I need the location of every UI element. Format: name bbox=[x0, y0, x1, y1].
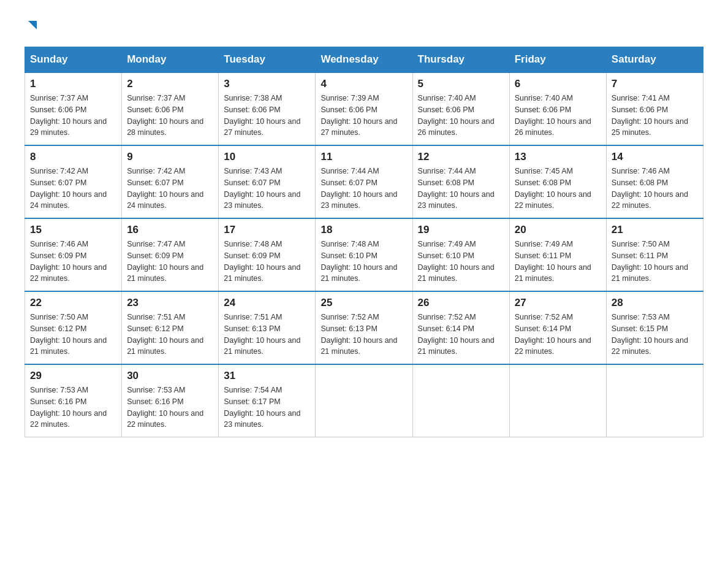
day-number: 13 bbox=[515, 151, 601, 163]
day-number: 26 bbox=[418, 297, 504, 309]
day-info: Sunrise: 7:48 AMSunset: 6:09 PMDaylight:… bbox=[224, 240, 300, 283]
calendar-table: SundayMondayTuesdayWednesdayThursdayFrid… bbox=[25, 47, 703, 437]
calendar-day-cell: 20 Sunrise: 7:49 AMSunset: 6:11 PMDaylig… bbox=[509, 218, 606, 291]
day-info: Sunrise: 7:37 AMSunset: 6:06 PMDaylight:… bbox=[127, 94, 203, 137]
day-number: 29 bbox=[30, 370, 116, 382]
calendar-day-cell: 4 Sunrise: 7:39 AMSunset: 6:06 PMDayligh… bbox=[316, 72, 412, 145]
calendar-day-cell: 13 Sunrise: 7:45 AMSunset: 6:08 PMDaylig… bbox=[509, 145, 606, 218]
day-info: Sunrise: 7:51 AMSunset: 6:13 PMDaylight:… bbox=[224, 313, 300, 356]
day-number: 31 bbox=[224, 370, 310, 382]
day-number: 25 bbox=[320, 297, 407, 309]
calendar-day-cell: 1 Sunrise: 7:37 AMSunset: 6:06 PMDayligh… bbox=[25, 72, 122, 145]
day-info: Sunrise: 7:48 AMSunset: 6:10 PMDaylight:… bbox=[320, 240, 397, 283]
column-header-monday: Monday bbox=[122, 47, 219, 73]
day-number: 1 bbox=[30, 78, 116, 90]
day-number: 9 bbox=[127, 151, 213, 163]
calendar-day-cell bbox=[606, 364, 703, 437]
day-number: 24 bbox=[224, 297, 310, 309]
day-info: Sunrise: 7:49 AMSunset: 6:11 PMDaylight:… bbox=[515, 240, 591, 283]
day-number: 27 bbox=[515, 297, 601, 309]
day-number: 18 bbox=[320, 224, 407, 236]
calendar-week-row: 8 Sunrise: 7:42 AMSunset: 6:07 PMDayligh… bbox=[25, 145, 703, 218]
calendar-day-cell: 8 Sunrise: 7:42 AMSunset: 6:07 PMDayligh… bbox=[25, 145, 122, 218]
day-info: Sunrise: 7:46 AMSunset: 6:09 PMDaylight:… bbox=[30, 240, 107, 283]
day-number: 6 bbox=[515, 78, 601, 90]
calendar-week-row: 29 Sunrise: 7:53 AMSunset: 6:16 PMDaylig… bbox=[25, 364, 703, 437]
day-info: Sunrise: 7:40 AMSunset: 6:06 PMDaylight:… bbox=[515, 94, 591, 137]
day-number: 19 bbox=[418, 224, 504, 236]
day-info: Sunrise: 7:42 AMSunset: 6:07 PMDaylight:… bbox=[30, 167, 107, 210]
calendar-week-row: 22 Sunrise: 7:50 AMSunset: 6:12 PMDaylig… bbox=[25, 291, 703, 364]
day-info: Sunrise: 7:45 AMSunset: 6:08 PMDaylight:… bbox=[515, 167, 591, 210]
day-info: Sunrise: 7:54 AMSunset: 6:17 PMDaylight:… bbox=[224, 386, 300, 429]
calendar-week-row: 1 Sunrise: 7:37 AMSunset: 6:06 PMDayligh… bbox=[25, 72, 703, 145]
day-number: 14 bbox=[612, 151, 698, 163]
day-info: Sunrise: 7:38 AMSunset: 6:06 PMDaylight:… bbox=[224, 94, 300, 137]
day-number: 7 bbox=[612, 78, 698, 90]
day-info: Sunrise: 7:50 AMSunset: 6:12 PMDaylight:… bbox=[30, 313, 107, 356]
day-number: 22 bbox=[30, 297, 116, 309]
calendar-week-row: 15 Sunrise: 7:46 AMSunset: 6:09 PMDaylig… bbox=[25, 218, 703, 291]
day-number: 12 bbox=[418, 151, 504, 163]
day-number: 15 bbox=[30, 224, 116, 236]
day-info: Sunrise: 7:52 AMSunset: 6:13 PMDaylight:… bbox=[320, 313, 397, 356]
day-info: Sunrise: 7:52 AMSunset: 6:14 PMDaylight:… bbox=[418, 313, 495, 356]
day-info: Sunrise: 7:53 AMSunset: 6:16 PMDaylight:… bbox=[30, 386, 107, 429]
day-number: 4 bbox=[320, 78, 407, 90]
day-number: 10 bbox=[224, 151, 310, 163]
day-info: Sunrise: 7:46 AMSunset: 6:08 PMDaylight:… bbox=[612, 167, 688, 210]
calendar-day-cell bbox=[316, 364, 412, 437]
calendar-day-cell: 10 Sunrise: 7:43 AMSunset: 6:07 PMDaylig… bbox=[219, 145, 316, 218]
day-info: Sunrise: 7:37 AMSunset: 6:06 PMDaylight:… bbox=[30, 94, 107, 137]
calendar-day-cell: 29 Sunrise: 7:53 AMSunset: 6:16 PMDaylig… bbox=[25, 364, 122, 437]
calendar-day-cell: 16 Sunrise: 7:47 AMSunset: 6:09 PMDaylig… bbox=[122, 218, 219, 291]
day-info: Sunrise: 7:40 AMSunset: 6:06 PMDaylight:… bbox=[418, 94, 495, 137]
logo-arrow-icon bbox=[26, 18, 39, 32]
day-info: Sunrise: 7:42 AMSunset: 6:07 PMDaylight:… bbox=[127, 167, 203, 210]
day-info: Sunrise: 7:39 AMSunset: 6:06 PMDaylight:… bbox=[320, 94, 397, 137]
day-info: Sunrise: 7:53 AMSunset: 6:16 PMDaylight:… bbox=[127, 386, 203, 429]
calendar-day-cell: 17 Sunrise: 7:48 AMSunset: 6:09 PMDaylig… bbox=[219, 218, 316, 291]
day-number: 28 bbox=[612, 297, 698, 309]
calendar-day-cell: 27 Sunrise: 7:52 AMSunset: 6:14 PMDaylig… bbox=[509, 291, 606, 364]
calendar-day-cell: 24 Sunrise: 7:51 AMSunset: 6:13 PMDaylig… bbox=[219, 291, 316, 364]
calendar-day-cell: 12 Sunrise: 7:44 AMSunset: 6:08 PMDaylig… bbox=[412, 145, 509, 218]
calendar-day-cell: 21 Sunrise: 7:50 AMSunset: 6:11 PMDaylig… bbox=[606, 218, 703, 291]
day-number: 21 bbox=[612, 224, 698, 236]
day-info: Sunrise: 7:44 AMSunset: 6:08 PMDaylight:… bbox=[418, 167, 495, 210]
column-header-wednesday: Wednesday bbox=[316, 47, 412, 73]
day-number: 17 bbox=[224, 224, 310, 236]
day-info: Sunrise: 7:47 AMSunset: 6:09 PMDaylight:… bbox=[127, 240, 203, 283]
calendar-day-cell: 2 Sunrise: 7:37 AMSunset: 6:06 PMDayligh… bbox=[122, 72, 219, 145]
day-info: Sunrise: 7:43 AMSunset: 6:07 PMDaylight:… bbox=[224, 167, 300, 210]
day-info: Sunrise: 7:44 AMSunset: 6:07 PMDaylight:… bbox=[320, 167, 397, 210]
day-info: Sunrise: 7:41 AMSunset: 6:06 PMDaylight:… bbox=[612, 94, 688, 137]
day-number: 23 bbox=[127, 297, 213, 309]
calendar-day-cell: 31 Sunrise: 7:54 AMSunset: 6:17 PMDaylig… bbox=[219, 364, 316, 437]
calendar-day-cell: 15 Sunrise: 7:46 AMSunset: 6:09 PMDaylig… bbox=[25, 218, 122, 291]
calendar-day-cell: 18 Sunrise: 7:48 AMSunset: 6:10 PMDaylig… bbox=[316, 218, 412, 291]
calendar-day-cell: 14 Sunrise: 7:46 AMSunset: 6:08 PMDaylig… bbox=[606, 145, 703, 218]
day-number: 2 bbox=[127, 78, 213, 90]
calendar-day-cell: 26 Sunrise: 7:52 AMSunset: 6:14 PMDaylig… bbox=[412, 291, 509, 364]
calendar-day-cell: 9 Sunrise: 7:42 AMSunset: 6:07 PMDayligh… bbox=[122, 145, 219, 218]
day-number: 16 bbox=[127, 224, 213, 236]
calendar-day-cell bbox=[509, 364, 606, 437]
calendar-day-cell: 5 Sunrise: 7:40 AMSunset: 6:06 PMDayligh… bbox=[412, 72, 509, 145]
day-number: 30 bbox=[127, 370, 213, 382]
calendar-header-row: SundayMondayTuesdayWednesdayThursdayFrid… bbox=[25, 47, 703, 73]
day-info: Sunrise: 7:50 AMSunset: 6:11 PMDaylight:… bbox=[612, 240, 688, 283]
day-number: 8 bbox=[30, 151, 116, 163]
column-header-friday: Friday bbox=[509, 47, 606, 73]
svg-marker-0 bbox=[28, 21, 37, 29]
calendar-day-cell: 11 Sunrise: 7:44 AMSunset: 6:07 PMDaylig… bbox=[316, 145, 412, 218]
calendar-day-cell: 7 Sunrise: 7:41 AMSunset: 6:06 PMDayligh… bbox=[606, 72, 703, 145]
column-header-tuesday: Tuesday bbox=[219, 47, 316, 73]
calendar-day-cell: 22 Sunrise: 7:50 AMSunset: 6:12 PMDaylig… bbox=[25, 291, 122, 364]
day-info: Sunrise: 7:52 AMSunset: 6:14 PMDaylight:… bbox=[515, 313, 591, 356]
day-number: 3 bbox=[224, 78, 310, 90]
column-header-saturday: Saturday bbox=[606, 47, 703, 73]
calendar-day-cell: 30 Sunrise: 7:53 AMSunset: 6:16 PMDaylig… bbox=[122, 364, 219, 437]
calendar-day-cell: 3 Sunrise: 7:38 AMSunset: 6:06 PMDayligh… bbox=[219, 72, 316, 145]
calendar-day-cell: 6 Sunrise: 7:40 AMSunset: 6:06 PMDayligh… bbox=[509, 72, 606, 145]
